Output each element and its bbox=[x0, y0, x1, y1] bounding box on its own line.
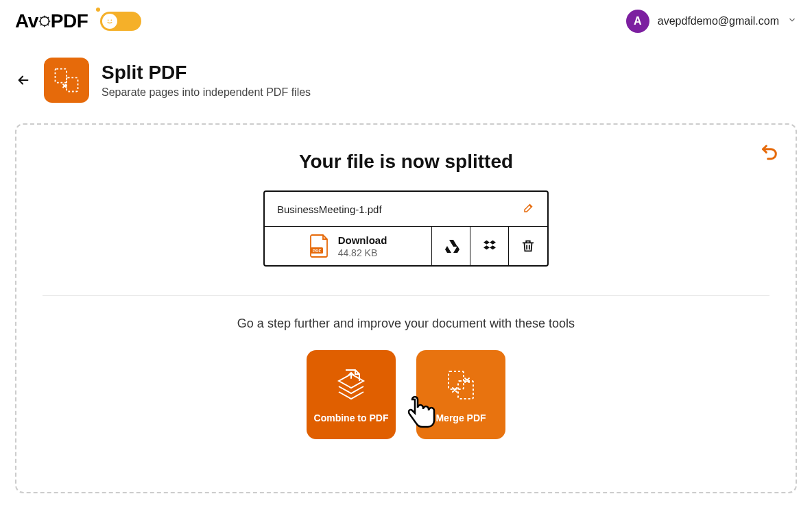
tool-titles: Split PDF Separate pages into independen… bbox=[102, 62, 311, 99]
merge-icon bbox=[442, 366, 480, 404]
split-pdf-icon bbox=[44, 58, 89, 103]
user-email: avepdfdemo@gmail.com bbox=[658, 15, 779, 27]
save-to-dropbox-button[interactable] bbox=[470, 227, 509, 265]
suggested-tools: Combine to PDF Merge PDF bbox=[29, 350, 783, 439]
file-result-box: BusinessMeeting-1.pdf PDF Download 44.82 bbox=[263, 190, 549, 267]
dropbox-icon bbox=[481, 238, 498, 254]
combine-to-pdf-card[interactable]: Combine to PDF bbox=[307, 350, 396, 439]
brand-post: PDF bbox=[51, 10, 88, 32]
user-menu[interactable]: A avepdfdemo@gmail.com bbox=[626, 10, 797, 33]
brand-gear-icon bbox=[37, 14, 52, 29]
save-to-drive-button[interactable] bbox=[432, 227, 470, 265]
download-button[interactable]: PDF Download 44.82 KB bbox=[265, 227, 432, 265]
merge-pdf-card[interactable]: Merge PDF bbox=[416, 350, 505, 439]
download-labels: Download 44.82 KB bbox=[338, 234, 387, 258]
back-button[interactable] bbox=[15, 72, 32, 88]
result-panel: Your file is now splitted BusinessMeetin… bbox=[15, 123, 797, 493]
rename-button[interactable] bbox=[523, 201, 535, 217]
app-header: Av PDF A avepdfdemo@gmail.com bbox=[0, 0, 812, 42]
pdf-file-icon: PDF bbox=[309, 234, 330, 258]
svg-text:PDF: PDF bbox=[312, 248, 321, 253]
tool-title-row: Split PDF Separate pages into independen… bbox=[0, 42, 812, 110]
brand-logo[interactable]: Av PDF bbox=[15, 10, 88, 32]
svg-rect-3 bbox=[56, 69, 67, 83]
delete-button[interactable] bbox=[509, 227, 547, 265]
header-left: Av PDF bbox=[15, 10, 141, 32]
page-subtitle: Separate pages into independent PDF file… bbox=[102, 86, 311, 99]
undo-button[interactable] bbox=[760, 141, 779, 163]
combine-label: Combine to PDF bbox=[314, 412, 389, 423]
download-size: 44.82 KB bbox=[338, 247, 378, 258]
divider bbox=[43, 295, 769, 296]
file-name-row: BusinessMeeting-1.pdf bbox=[265, 192, 547, 227]
trash-icon bbox=[521, 238, 536, 254]
chevron-down-icon bbox=[787, 15, 797, 27]
svg-point-2 bbox=[111, 19, 112, 21]
combine-icon bbox=[332, 366, 370, 404]
page-title: Split PDF bbox=[102, 62, 311, 84]
further-text: Go a step further and improve your docum… bbox=[29, 317, 783, 331]
google-drive-icon bbox=[443, 238, 459, 254]
svg-rect-4 bbox=[67, 77, 78, 91]
result-heading: Your file is now splitted bbox=[29, 151, 783, 173]
toggle-face-icon bbox=[102, 14, 117, 29]
merge-label: Merge PDF bbox=[435, 412, 486, 423]
theme-toggle[interactable] bbox=[100, 12, 141, 31]
download-label: Download bbox=[338, 234, 387, 246]
brand-pre: Av bbox=[15, 10, 38, 32]
avatar: A bbox=[626, 10, 649, 33]
file-name: BusinessMeeting-1.pdf bbox=[277, 204, 382, 215]
svg-point-1 bbox=[108, 19, 109, 21]
file-actions-row: PDF Download 44.82 KB bbox=[265, 227, 547, 265]
